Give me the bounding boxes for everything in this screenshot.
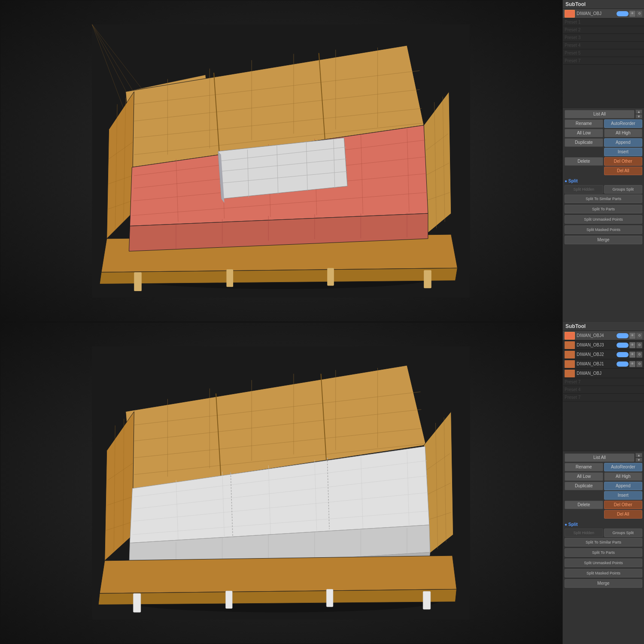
- subtool-item-diwan1[interactable]: DIWAN_OBJ1 👁 ⚙: [563, 359, 644, 369]
- toggle-eye-1[interactable]: [617, 11, 629, 16]
- top-split-masked-btn[interactable]: Split Masked Points: [565, 225, 642, 234]
- bot-append-btn[interactable]: Append: [604, 482, 643, 490]
- bot-list-all-row: List All ▲ ▼: [565, 453, 642, 462]
- top-merge-btn[interactable]: Merge: [565, 236, 642, 244]
- bot-insert-btn[interactable]: Insert: [604, 491, 643, 500]
- all-low-btn[interactable]: All Low: [565, 129, 603, 137]
- top-split-similar-btn[interactable]: Split To Similar Parts: [565, 194, 642, 203]
- bot-rename-btn[interactable]: Rename: [565, 463, 603, 471]
- bot-rename-row: Rename AutoReorder: [565, 463, 642, 471]
- eye-1[interactable]: 👁: [629, 361, 635, 367]
- svg-rect-119: [226, 591, 233, 608]
- subtool-item-diwan[interactable]: DIWAN_OBJ 👁 ⚙: [563, 9, 644, 18]
- insert-row: Insert: [565, 148, 642, 156]
- subtool-name-diwan: DIWAN_OBJ: [577, 11, 617, 16]
- top-split-parts-btn[interactable]: Split To Parts: [565, 205, 642, 213]
- bot-nav-up[interactable]: ▲: [635, 453, 642, 457]
- subtool-thumb-diwan0: [565, 370, 575, 377]
- bottom-split-unmasked-btn[interactable]: Split Unmasked Points: [565, 559, 642, 567]
- svg-rect-120: [327, 589, 334, 607]
- eye-2[interactable]: 👁: [629, 352, 635, 358]
- top-split-hidden-row: Split Hidden Groups Split: [565, 185, 642, 194]
- eye-4[interactable]: 👁: [629, 333, 635, 339]
- subtool-placeholder-5: Preset 5: [563, 49, 644, 57]
- bottom-split-hidden-btn[interactable]: Split Hidden: [565, 529, 603, 537]
- bottom-panel-controls: List All ▲ ▼ Rename AutoReorder All Low …: [563, 451, 644, 520]
- toggle-1[interactable]: [617, 361, 629, 367]
- extra-3[interactable]: ⚙: [636, 342, 642, 348]
- delete-row: Delete Del Other: [565, 157, 642, 166]
- rename-btn[interactable]: Rename: [565, 119, 603, 128]
- insert-btn[interactable]: Insert: [604, 148, 643, 156]
- nav-down[interactable]: ▼: [635, 114, 642, 118]
- bottom-sofa-scene: [0, 322, 562, 644]
- top-subtool-list: DIWAN_OBJ 👁 ⚙ Preset 1 Preset 2 Preset 3: [563, 9, 644, 108]
- bottom-viewport[interactable]: [0, 322, 562, 644]
- bot-del-other-btn[interactable]: Del Other: [604, 501, 643, 509]
- top-split-title: ● Split: [565, 179, 642, 183]
- bottom-split-section: ● Split Split Hidden Groups Split Split …: [563, 520, 644, 589]
- bot-placeholder-text-1: Preset 7: [565, 380, 580, 384]
- duplicate-btn[interactable]: Duplicate: [565, 138, 603, 147]
- top-groups-split-btn[interactable]: Groups Split: [604, 185, 643, 194]
- bot-all-low-btn[interactable]: All Low: [565, 472, 603, 481]
- toggle-3[interactable]: [617, 343, 629, 348]
- bot-duplicate-row: Duplicate Append: [565, 482, 642, 490]
- toggle-4[interactable]: [617, 333, 629, 338]
- bot-nav-down[interactable]: ▼: [635, 458, 642, 462]
- nav-up[interactable]: ▲: [635, 109, 642, 114]
- top-split-hidden-btn[interactable]: Split Hidden: [565, 185, 603, 194]
- nav-arrows: ▲ ▼: [635, 109, 642, 118]
- del-other-btn[interactable]: Del Other: [604, 157, 643, 166]
- rename-row: Rename AutoReorder: [565, 119, 642, 128]
- subtool-name-diwan1: DIWAN_OBJ1: [577, 361, 617, 366]
- extra-1[interactable]: ⚙: [636, 361, 642, 367]
- subtool-item-diwan0[interactable]: DIWAN_OBJ: [563, 369, 644, 378]
- bot-del-all-btn[interactable]: Del All: [604, 510, 643, 519]
- bottom-split-similar-btn[interactable]: Split To Similar Parts: [565, 538, 642, 547]
- list-all-btn[interactable]: List All: [565, 110, 635, 118]
- subtool-item-diwan3[interactable]: DIWAN_OBJ3 👁 ⚙: [563, 340, 644, 350]
- top-split-section: ● Split Split Hidden Groups Split Split …: [563, 177, 644, 246]
- placeholder-text-3: Preset 3: [565, 35, 580, 40]
- bottom-groups-split-btn[interactable]: Groups Split: [604, 529, 643, 537]
- subtool-item-diwan4[interactable]: DIWAN_OBJ4 👁 ⚙: [563, 331, 644, 340]
- top-spacer: [565, 148, 603, 156]
- bot-duplicate-btn[interactable]: Duplicate: [565, 482, 603, 490]
- del-all-btn[interactable]: Del All: [604, 167, 643, 175]
- bot-all-high-btn[interactable]: All High: [604, 472, 643, 481]
- extra-4[interactable]: ⚙: [636, 333, 642, 339]
- subtool-placeholder-6: Preset 7: [563, 57, 644, 65]
- bot-delete-btn[interactable]: Delete: [565, 501, 603, 509]
- subtool-icons-4: 👁 ⚙: [617, 333, 642, 339]
- bottom-split-masked-btn[interactable]: Split Masked Points: [565, 569, 642, 577]
- top-split-unmasked-btn[interactable]: Split Unmasked Points: [565, 215, 642, 224]
- top-subtool-panel: SubTool DIWAN_OBJ 👁 ⚙ Preset 1: [562, 0, 644, 322]
- subtool-placeholder-3: Preset 3: [563, 34, 644, 42]
- toggle-2[interactable]: [617, 352, 629, 357]
- bottom-merge-btn[interactable]: Merge: [565, 579, 642, 588]
- subtool-thumb-diwan2: [565, 351, 575, 358]
- eye-3[interactable]: 👁: [629, 342, 635, 348]
- subtool-name-diwan4: DIWAN_OBJ4: [577, 333, 617, 338]
- bot-nav-arrows: ▲ ▼: [635, 453, 642, 462]
- bot-list-all-btn[interactable]: List All: [565, 453, 635, 462]
- subtool-placeholder-2: Preset 2: [563, 26, 644, 34]
- eye-icon-1[interactable]: 👁: [629, 11, 635, 17]
- extra-2[interactable]: ⚙: [636, 352, 642, 358]
- top-viewport[interactable]: [0, 0, 562, 322]
- bot-insert-row: Insert: [565, 491, 642, 500]
- delete-btn[interactable]: Delete: [565, 157, 603, 166]
- svg-rect-67: [424, 270, 432, 288]
- placeholder-text-4: Preset 4: [565, 43, 580, 48]
- svg-rect-65: [227, 269, 234, 287]
- extra-icon-1[interactable]: ⚙: [636, 11, 642, 17]
- append-btn[interactable]: Append: [604, 138, 643, 147]
- auto-reorder-btn[interactable]: AutoReorder: [604, 119, 643, 128]
- bottom-split-parts-btn[interactable]: Split To Parts: [565, 548, 642, 557]
- subtool-item-diwan2[interactable]: DIWAN_OBJ2 👁 ⚙: [563, 350, 644, 359]
- all-high-btn[interactable]: All High: [604, 129, 643, 137]
- bot-placeholder-3: Preset 7: [563, 394, 644, 401]
- bot-auto-reorder-btn[interactable]: AutoReorder: [604, 463, 643, 471]
- svg-rect-64: [134, 272, 142, 291]
